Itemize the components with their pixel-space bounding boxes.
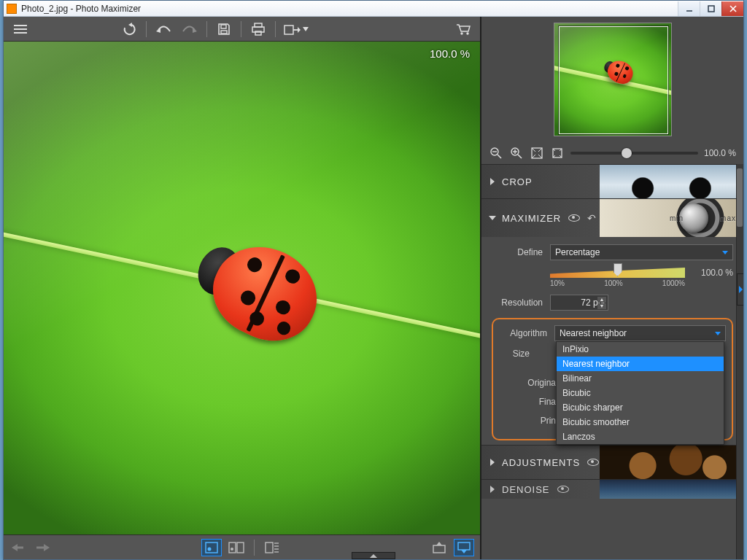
algorithm-dropdown[interactable]: InPixio Nearest neighbor Bilinear Bicubi… xyxy=(556,341,724,445)
export-image-button[interactable] xyxy=(429,539,449,556)
actual-size-icon[interactable] xyxy=(550,146,565,160)
svg-point-18 xyxy=(460,32,462,34)
algorithm-option-bicubic[interactable]: Bicubic xyxy=(557,386,724,400)
reset-icon[interactable]: ↶ xyxy=(587,212,597,224)
svg-line-46 xyxy=(532,148,535,152)
undo-button[interactable] xyxy=(151,19,176,39)
main-toolbar xyxy=(4,17,480,42)
panel-scrollbar[interactable] xyxy=(736,164,743,559)
tick-10: 10% xyxy=(550,279,565,287)
preview-box xyxy=(481,17,743,142)
menu-button[interactable] xyxy=(8,19,33,39)
compare-prev-icon[interactable] xyxy=(9,539,30,556)
preview-zoom-value: 100.0 % xyxy=(704,148,736,158)
chevron-up-icon xyxy=(370,554,377,558)
final-label: Fina xyxy=(503,397,556,407)
separator xyxy=(275,21,276,37)
section-maximizer-title: MAXIMIZER xyxy=(502,213,561,224)
preview-frame[interactable] xyxy=(554,23,672,136)
visibility-icon[interactable] xyxy=(557,486,569,493)
min-label: min xyxy=(670,214,684,222)
svg-line-47 xyxy=(538,148,542,152)
titlebar: Photo_2.jpg - Photo Maximizer xyxy=(4,1,743,17)
view-single-button[interactable] xyxy=(201,539,222,556)
section-adjustments-header[interactable]: ADJUSTMENTS xyxy=(481,446,743,479)
resolution-input[interactable]: 72 ppi ▲▼ xyxy=(550,295,608,311)
close-button[interactable] xyxy=(721,1,743,16)
left-pane: 100.0 % xyxy=(4,17,481,559)
compare-next-icon[interactable] xyxy=(34,539,55,556)
svg-marker-8 xyxy=(156,28,160,33)
svg-marker-23 xyxy=(44,544,50,551)
canvas-image xyxy=(4,42,480,534)
visibility-icon[interactable] xyxy=(568,214,580,222)
denoise-thumb-icon xyxy=(600,480,743,499)
view-split-button[interactable] xyxy=(226,539,247,556)
algorithm-highlight: Algorithm Nearest neighbor InPixio Neare… xyxy=(492,318,733,440)
app-body: 100.0 % xyxy=(4,17,743,559)
panel-scrollbar-thumb[interactable] xyxy=(737,168,743,227)
export-button[interactable] xyxy=(280,19,312,39)
fit-screen-icon[interactable] xyxy=(530,146,544,160)
svg-marker-35 xyxy=(436,542,442,545)
section-adjustments: ADJUSTMENTS xyxy=(481,445,743,479)
define-label: Define xyxy=(492,247,543,257)
separator xyxy=(254,540,255,556)
zoom-in-icon[interactable] xyxy=(509,146,524,160)
svg-marker-16 xyxy=(298,27,301,33)
svg-rect-14 xyxy=(255,31,261,35)
cart-button[interactable] xyxy=(451,19,476,39)
section-maximizer-header[interactable]: MAXIMIZER ↶ min max xyxy=(481,199,743,237)
section-denoise-header[interactable]: DENOISE xyxy=(481,480,743,499)
algorithm-select[interactable]: Nearest neighbor xyxy=(554,325,726,341)
algorithm-option-bicubic-smoother[interactable]: Bicubic smoother xyxy=(557,415,724,429)
tick-100: 100% xyxy=(604,279,623,287)
algorithm-option-lanczos[interactable]: Lanczos xyxy=(557,429,724,444)
section-maximizer: MAXIMIZER ↶ min max Define xyxy=(481,198,743,445)
print-button[interactable] xyxy=(246,19,271,39)
visibility-icon[interactable] xyxy=(587,459,599,466)
algorithm-option-nearest[interactable]: Nearest neighbor xyxy=(557,357,724,371)
section-denoise-title: DENOISE xyxy=(502,484,550,495)
chevron-right-icon xyxy=(490,486,495,493)
svg-marker-7 xyxy=(128,23,132,27)
svg-rect-27 xyxy=(237,542,244,553)
svg-rect-29 xyxy=(266,542,273,553)
canvas[interactable]: 100.0 % xyxy=(4,42,480,534)
zoom-out-icon[interactable] xyxy=(489,146,503,160)
algorithm-option-bilinear[interactable]: Bilinear xyxy=(557,371,724,386)
undo-history-button[interactable] xyxy=(117,19,142,39)
size-label: Size xyxy=(503,349,530,359)
section-crop-header[interactable]: CROP xyxy=(481,165,743,198)
svg-rect-36 xyxy=(458,542,470,550)
crop-thumb-icon xyxy=(600,165,743,198)
resolution-spinner[interactable]: ▲▼ xyxy=(597,297,606,309)
import-image-button[interactable] xyxy=(454,539,474,556)
algorithm-option-inpixio[interactable]: InPixio xyxy=(557,342,724,357)
print-label: Prin xyxy=(503,416,556,426)
algorithm-option-bicubic-sharper[interactable]: Bicubic sharper xyxy=(557,400,724,415)
bottom-toolbar xyxy=(4,534,480,559)
section-denoise: DENOISE xyxy=(481,479,743,499)
save-button[interactable] xyxy=(212,19,236,39)
svg-marker-17 xyxy=(303,27,309,31)
window-title: Photo_2.jpg - Photo Maximizer xyxy=(21,4,141,14)
svg-marker-9 xyxy=(193,28,197,33)
chevron-right-icon xyxy=(490,178,495,185)
redo-button[interactable] xyxy=(177,19,202,39)
svg-line-49 xyxy=(538,155,542,158)
maximize-button[interactable] xyxy=(700,1,721,16)
preview-zoom-slider[interactable] xyxy=(570,152,698,155)
section-maximizer-body: Define Percentage xyxy=(481,237,743,445)
original-label: Origina xyxy=(503,378,556,388)
collapse-bottom-pane[interactable] xyxy=(352,552,395,559)
collapse-right-pane[interactable] xyxy=(737,273,743,306)
preview-selection[interactable] xyxy=(559,26,668,134)
view-filmstrip-button[interactable] xyxy=(262,539,282,556)
minimize-button[interactable] xyxy=(678,1,700,16)
spin-up-icon[interactable]: ▲ xyxy=(597,297,606,303)
slider-thumb[interactable] xyxy=(622,148,632,158)
spin-down-icon[interactable]: ▼ xyxy=(597,303,606,309)
chevron-right-icon xyxy=(739,286,743,293)
define-select[interactable]: Percentage xyxy=(550,244,733,260)
